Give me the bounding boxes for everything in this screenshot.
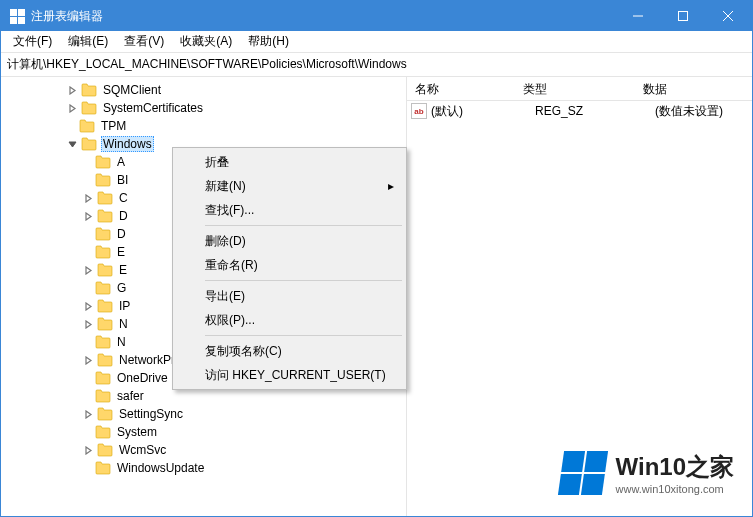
list-row[interactable]: ab (默认) REG_SZ (数值未设置)	[407, 101, 752, 121]
ctx-separator	[205, 225, 402, 226]
context-menu: 折叠 新建(N)▸ 查找(F)... 删除(D) 重命名(R) 导出(E) 权限…	[172, 147, 407, 390]
ctx-export[interactable]: 导出(E)	[175, 284, 404, 308]
menu-favorites[interactable]: 收藏夹(A)	[172, 31, 240, 52]
maximize-button[interactable]	[660, 1, 705, 31]
expander-open-icon[interactable]	[65, 137, 79, 151]
menu-file[interactable]: 文件(F)	[5, 31, 60, 52]
folder-icon	[97, 209, 113, 223]
folder-icon	[95, 335, 111, 349]
tree-label: OneDrive	[115, 371, 170, 385]
tree-item[interactable]: WindowsUpdate	[1, 459, 406, 477]
folder-icon	[95, 371, 111, 385]
folder-icon	[95, 389, 111, 403]
folder-icon	[95, 461, 111, 475]
tree-label: BI	[115, 173, 130, 187]
ctx-copy-key-name[interactable]: 复制项名称(C)	[175, 339, 404, 363]
folder-icon	[95, 425, 111, 439]
tree-label: safer	[115, 389, 146, 403]
ctx-rename[interactable]: 重命名(R)	[175, 253, 404, 277]
tree-label: E	[117, 263, 129, 277]
addressbar[interactable]: 计算机\HKEY_LOCAL_MACHINE\SOFTWARE\Policies…	[1, 53, 752, 77]
folder-icon	[81, 137, 97, 151]
tree-label: WindowsUpdate	[115, 461, 206, 475]
watermark-brand: Win10之家	[616, 451, 734, 483]
tree-label: TPM	[99, 119, 128, 133]
folder-icon	[97, 317, 113, 331]
tree-item[interactable]: SettingSync	[1, 405, 406, 423]
svg-rect-0	[678, 12, 687, 21]
tree-label: G	[115, 281, 128, 295]
value-type: REG_SZ	[535, 104, 655, 118]
menu-help[interactable]: 帮助(H)	[240, 31, 297, 52]
tree-label: E	[115, 245, 127, 259]
folder-icon	[97, 353, 113, 367]
tree-label: System	[115, 425, 159, 439]
tree-label: WcmSvc	[117, 443, 168, 457]
expander-closed-icon[interactable]	[65, 83, 79, 97]
tree-label: N	[115, 335, 128, 349]
folder-icon	[97, 299, 113, 313]
expander-closed-icon[interactable]	[81, 209, 95, 223]
menu-view[interactable]: 查看(V)	[116, 31, 172, 52]
tree-label: A	[115, 155, 127, 169]
string-value-icon: ab	[411, 103, 427, 119]
close-button[interactable]	[705, 1, 750, 31]
folder-icon	[95, 281, 111, 295]
col-type[interactable]: 类型	[515, 77, 635, 100]
expander-closed-icon[interactable]	[81, 263, 95, 277]
tree-item[interactable]: WcmSvc	[1, 441, 406, 459]
watermark-url: www.win10xitong.com	[616, 483, 734, 495]
regedit-icon	[9, 8, 25, 24]
tree-item[interactable]: System	[1, 423, 406, 441]
ctx-permissions[interactable]: 权限(P)...	[175, 308, 404, 332]
folder-icon	[81, 83, 97, 97]
tree-item[interactable]: SQMClient	[1, 81, 406, 99]
titlebar: 注册表编辑器	[1, 1, 752, 31]
expander-closed-icon[interactable]	[81, 407, 95, 421]
folder-icon	[95, 173, 111, 187]
ctx-separator	[205, 280, 402, 281]
windows-logo-icon	[556, 450, 608, 496]
ctx-goto-hkcu[interactable]: 访问 HKEY_CURRENT_USER(T)	[175, 363, 404, 387]
folder-icon	[97, 263, 113, 277]
ctx-collapse[interactable]: 折叠	[175, 150, 404, 174]
expander-closed-icon[interactable]	[81, 353, 95, 367]
tree-label: N	[117, 317, 130, 331]
ctx-delete[interactable]: 删除(D)	[175, 229, 404, 253]
tree-label: SettingSync	[117, 407, 185, 421]
expander-closed-icon[interactable]	[81, 299, 95, 313]
tree-label: SystemCertificates	[101, 101, 205, 115]
col-data[interactable]: 数据	[635, 77, 675, 100]
tree-label: Windows	[101, 136, 154, 152]
expander-closed-icon[interactable]	[81, 317, 95, 331]
tree-item[interactable]: TPM	[1, 117, 406, 135]
folder-icon	[79, 119, 95, 133]
expander-closed-icon[interactable]	[65, 101, 79, 115]
tree-label: D	[117, 209, 130, 223]
menu-edit[interactable]: 编辑(E)	[60, 31, 116, 52]
value-data: (数值未设置)	[655, 103, 723, 120]
list-header: 名称 类型 数据	[407, 77, 752, 101]
expander-closed-icon[interactable]	[81, 191, 95, 205]
window-title: 注册表编辑器	[31, 8, 615, 25]
tree-label: C	[117, 191, 130, 205]
value-name: (默认)	[431, 103, 535, 120]
expander-closed-icon[interactable]	[81, 443, 95, 457]
folder-icon	[95, 155, 111, 169]
address-path: 计算机\HKEY_LOCAL_MACHINE\SOFTWARE\Policies…	[7, 56, 407, 73]
tree-label: SQMClient	[101, 83, 163, 97]
folder-icon	[95, 245, 111, 259]
ctx-find[interactable]: 查找(F)...	[175, 198, 404, 222]
ctx-separator	[205, 335, 402, 336]
menubar: 文件(F) 编辑(E) 查看(V) 收藏夹(A) 帮助(H)	[1, 31, 752, 53]
submenu-arrow-icon: ▸	[388, 179, 394, 193]
ctx-new[interactable]: 新建(N)▸	[175, 174, 404, 198]
tree-label: D	[115, 227, 128, 241]
col-name[interactable]: 名称	[407, 77, 515, 100]
folder-icon	[97, 443, 113, 457]
tree-item[interactable]: SystemCertificates	[1, 99, 406, 117]
folder-icon	[95, 227, 111, 241]
folder-icon	[97, 407, 113, 421]
minimize-button[interactable]	[615, 1, 660, 31]
tree-label: IP	[117, 299, 132, 313]
